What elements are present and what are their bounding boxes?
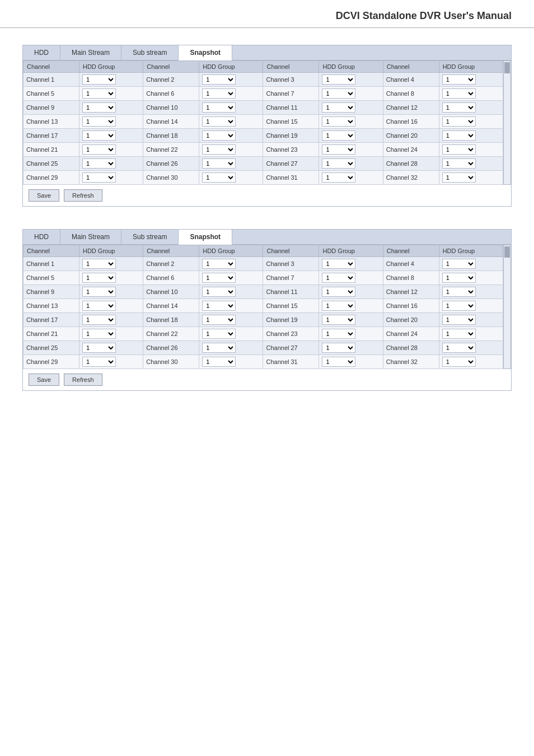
hdd-group-select-5-1[interactable]: 1 bbox=[82, 144, 116, 155]
hdd-group-select-1-5[interactable]: 1 bbox=[322, 273, 355, 283]
hdd-group-select-3-3[interactable]: 1 bbox=[202, 116, 236, 127]
hdd-group-cell-0-5[interactable]: 1 bbox=[319, 73, 383, 87]
hdd-group-cell-5-3[interactable]: 1 bbox=[199, 327, 263, 341]
hdd-group-cell-7-7[interactable]: 1 bbox=[439, 171, 503, 185]
hdd-group-select-1-3[interactable]: 1 bbox=[202, 273, 236, 283]
hdd-group-select-2-7[interactable]: 1 bbox=[442, 287, 476, 297]
hdd-group-select-2-3[interactable]: 1 bbox=[202, 287, 236, 297]
hdd-group-cell-6-7[interactable]: 1 bbox=[439, 157, 503, 171]
hdd-group-select-3-1[interactable]: 1 bbox=[82, 116, 116, 127]
scrollbar-thumb[interactable] bbox=[504, 246, 510, 258]
hdd-group-select-0-7[interactable]: 1 bbox=[442, 74, 476, 85]
hdd-group-cell-7-3[interactable]: 1 bbox=[199, 355, 263, 369]
hdd-group-select-4-1[interactable]: 1 bbox=[82, 315, 116, 325]
hdd-group-select-1-3[interactable]: 1 bbox=[202, 88, 236, 99]
hdd-group-cell-6-5[interactable]: 1 bbox=[319, 341, 383, 355]
hdd-group-select-0-5[interactable]: 1 bbox=[322, 74, 355, 85]
hdd-group-select-5-3[interactable]: 1 bbox=[202, 144, 236, 155]
hdd-group-cell-7-3[interactable]: 1 bbox=[199, 171, 263, 185]
hdd-group-select-7-5[interactable]: 1 bbox=[322, 357, 355, 367]
refresh-button[interactable]: Refresh bbox=[64, 189, 102, 202]
hdd-group-select-3-3[interactable]: 1 bbox=[202, 301, 236, 311]
hdd-group-select-7-3[interactable]: 1 bbox=[202, 357, 236, 367]
hdd-group-cell-4-1[interactable]: 1 bbox=[79, 313, 143, 327]
hdd-group-select-7-7[interactable]: 1 bbox=[442, 357, 476, 367]
hdd-group-select-6-1[interactable]: 1 bbox=[82, 158, 116, 169]
hdd-group-cell-2-5[interactable]: 1 bbox=[319, 101, 383, 115]
hdd-group-select-2-1[interactable]: 1 bbox=[82, 287, 116, 297]
refresh-button[interactable]: Refresh bbox=[64, 374, 102, 386]
hdd-group-cell-2-3[interactable]: 1 bbox=[199, 101, 263, 115]
hdd-group-select-6-1[interactable]: 1 bbox=[82, 343, 116, 353]
hdd-group-cell-3-3[interactable]: 1 bbox=[199, 299, 263, 313]
hdd-group-cell-3-7[interactable]: 1 bbox=[439, 115, 503, 129]
scrollbar[interactable] bbox=[503, 245, 511, 369]
hdd-group-select-2-7[interactable]: 1 bbox=[442, 102, 476, 113]
hdd-group-cell-6-3[interactable]: 1 bbox=[199, 157, 263, 171]
tab-main-stream[interactable]: Main Stream bbox=[60, 45, 121, 60]
hdd-group-select-4-5[interactable]: 1 bbox=[322, 315, 355, 325]
hdd-group-cell-7-1[interactable]: 1 bbox=[79, 355, 143, 369]
hdd-group-select-5-7[interactable]: 1 bbox=[442, 329, 476, 339]
hdd-group-select-4-3[interactable]: 1 bbox=[202, 130, 236, 141]
hdd-group-select-4-5[interactable]: 1 bbox=[322, 130, 355, 141]
hdd-group-cell-0-7[interactable]: 1 bbox=[439, 257, 503, 271]
hdd-group-select-1-1[interactable]: 1 bbox=[82, 88, 116, 99]
hdd-group-cell-0-3[interactable]: 1 bbox=[199, 73, 263, 87]
hdd-group-cell-0-1[interactable]: 1 bbox=[79, 73, 143, 87]
hdd-group-cell-6-1[interactable]: 1 bbox=[79, 341, 143, 355]
hdd-group-cell-5-1[interactable]: 1 bbox=[79, 327, 143, 341]
hdd-group-cell-0-3[interactable]: 1 bbox=[199, 257, 263, 271]
tab-sub-stream[interactable]: Sub stream bbox=[121, 45, 179, 60]
hdd-group-cell-3-1[interactable]: 1 bbox=[79, 115, 143, 129]
hdd-group-cell-5-3[interactable]: 1 bbox=[199, 143, 263, 157]
hdd-group-select-6-5[interactable]: 1 bbox=[322, 343, 355, 353]
hdd-group-cell-1-3[interactable]: 1 bbox=[199, 87, 263, 101]
hdd-group-select-4-1[interactable]: 1 bbox=[82, 130, 116, 141]
hdd-group-cell-2-7[interactable]: 1 bbox=[439, 101, 503, 115]
hdd-group-cell-4-3[interactable]: 1 bbox=[199, 129, 263, 143]
hdd-group-select-1-1[interactable]: 1 bbox=[82, 273, 116, 283]
hdd-group-select-7-7[interactable]: 1 bbox=[442, 172, 476, 183]
hdd-group-cell-6-7[interactable]: 1 bbox=[439, 341, 503, 355]
hdd-group-select-1-7[interactable]: 1 bbox=[442, 273, 476, 283]
tab-hdd[interactable]: HDD bbox=[23, 230, 60, 244]
hdd-group-select-0-1[interactable]: 1 bbox=[82, 259, 116, 269]
tab-main-stream[interactable]: Main Stream bbox=[60, 230, 121, 244]
hdd-group-select-6-3[interactable]: 1 bbox=[202, 158, 236, 169]
hdd-group-select-6-7[interactable]: 1 bbox=[442, 158, 476, 169]
hdd-group-cell-4-7[interactable]: 1 bbox=[439, 129, 503, 143]
hdd-group-cell-0-5[interactable]: 1 bbox=[319, 257, 383, 271]
hdd-group-cell-6-5[interactable]: 1 bbox=[319, 157, 383, 171]
hdd-group-select-5-7[interactable]: 1 bbox=[442, 144, 476, 155]
hdd-group-select-2-5[interactable]: 1 bbox=[322, 287, 355, 297]
hdd-group-cell-1-3[interactable]: 1 bbox=[199, 271, 263, 285]
hdd-group-cell-1-5[interactable]: 1 bbox=[319, 87, 383, 101]
hdd-group-cell-1-7[interactable]: 1 bbox=[439, 87, 503, 101]
hdd-group-cell-2-1[interactable]: 1 bbox=[79, 285, 143, 299]
hdd-group-cell-3-5[interactable]: 1 bbox=[319, 115, 383, 129]
hdd-group-select-5-1[interactable]: 1 bbox=[82, 329, 116, 339]
hdd-group-cell-0-7[interactable]: 1 bbox=[439, 73, 503, 87]
hdd-group-cell-7-7[interactable]: 1 bbox=[439, 355, 503, 369]
hdd-group-cell-0-1[interactable]: 1 bbox=[79, 257, 143, 271]
hdd-group-cell-6-1[interactable]: 1 bbox=[79, 157, 143, 171]
hdd-group-select-3-1[interactable]: 1 bbox=[82, 301, 116, 311]
hdd-group-cell-7-5[interactable]: 1 bbox=[319, 171, 383, 185]
hdd-group-cell-1-5[interactable]: 1 bbox=[319, 271, 383, 285]
hdd-group-cell-4-5[interactable]: 1 bbox=[319, 313, 383, 327]
hdd-group-select-7-1[interactable]: 1 bbox=[82, 357, 116, 367]
hdd-group-select-5-5[interactable]: 1 bbox=[322, 329, 355, 339]
hdd-group-select-2-3[interactable]: 1 bbox=[202, 102, 236, 113]
hdd-group-cell-5-7[interactable]: 1 bbox=[439, 143, 503, 157]
hdd-group-cell-4-1[interactable]: 1 bbox=[79, 129, 143, 143]
hdd-group-select-0-5[interactable]: 1 bbox=[322, 259, 355, 269]
hdd-group-select-1-7[interactable]: 1 bbox=[442, 88, 476, 99]
hdd-group-cell-5-5[interactable]: 1 bbox=[319, 143, 383, 157]
hdd-group-cell-7-5[interactable]: 1 bbox=[319, 355, 383, 369]
hdd-group-cell-1-1[interactable]: 1 bbox=[79, 271, 143, 285]
hdd-group-select-4-3[interactable]: 1 bbox=[202, 315, 236, 325]
hdd-group-cell-2-1[interactable]: 1 bbox=[79, 101, 143, 115]
hdd-group-cell-3-3[interactable]: 1 bbox=[199, 115, 263, 129]
save-button[interactable]: Save bbox=[29, 189, 59, 202]
